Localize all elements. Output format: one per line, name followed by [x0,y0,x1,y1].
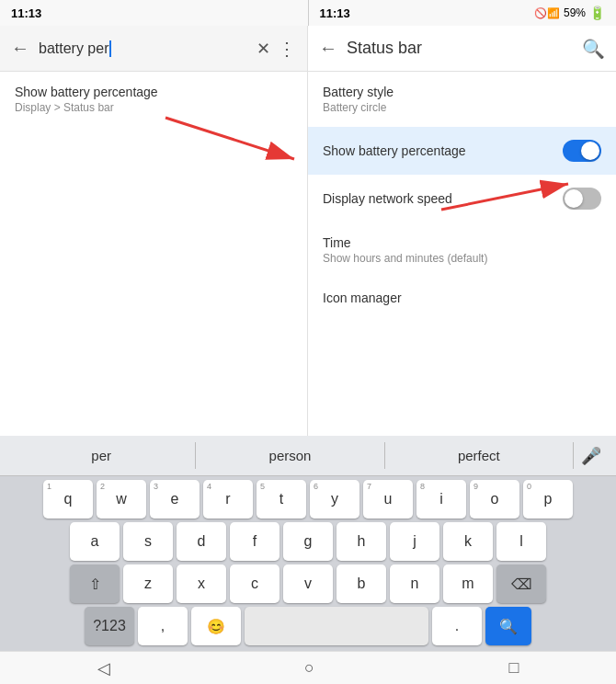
key-z[interactable]: z [123,564,173,603]
key-label-e: e [171,491,179,507]
nav-recents[interactable]: □ [508,658,519,678]
nav-home[interactable]: ○ [304,658,314,678]
suggestion-1[interactable]: person [196,442,384,469]
key-label-l: l [519,533,523,550]
keyboard-row-0: 1q2w3e4r5t6y7u8i9o0p [2,480,614,519]
key-f[interactable]: f [230,522,279,561]
keyboard-row-1: asdfghjkl [2,522,614,561]
right-time: 11:13 [320,6,350,20]
key-label-🔍: 🔍 [499,618,518,635]
key-label-j: j [413,533,416,550]
key-m[interactable]: m [443,564,493,603]
search-button-right[interactable]: 🔍 [582,38,605,60]
key-k[interactable]: k [443,522,493,561]
key-l[interactable]: l [496,522,546,561]
key-r[interactable]: 4r [203,480,253,519]
key-s[interactable]: s [123,522,173,561]
key-a[interactable]: a [70,522,120,561]
search-result-item[interactable]: Show battery percentage Display > Status… [0,72,307,127]
status-bar: 11:13 11:13 🚫📶 59% 🔋 [0,0,616,26]
key-label-,: , [161,618,165,634]
key-x[interactable]: x [177,564,226,603]
key-label-⇧: ⇧ [89,576,101,593]
key-b[interactable]: b [337,564,386,603]
key-num-r: 4 [207,482,211,491]
key-label-u: u [384,491,393,507]
key-label-z: z [144,576,152,592]
key-u[interactable]: 7u [363,480,413,519]
menu-button[interactable]: ⋮ [278,38,296,60]
key-num-e: 3 [154,482,158,491]
back-button-right[interactable]: ← [319,38,337,59]
keyboard-row-3: ?123,😊.🔍 [2,607,614,645]
mic-button[interactable]: 🎤 [574,446,609,466]
key-num-u: 7 [367,482,371,491]
settings-item-display-network-speed[interactable]: Display network speed [308,175,616,222]
key-j[interactable]: j [390,522,439,561]
search-input-text: battery per [39,40,108,57]
key-label-v: v [304,576,312,592]
key-label-m: m [462,576,473,592]
key-y[interactable]: 6y [310,480,359,519]
key-o[interactable]: 9o [470,480,519,519]
panel-title: Status bar [347,39,582,58]
key-d[interactable]: d [177,522,226,561]
suggestion-2[interactable]: perfect [385,442,574,469]
key-w[interactable]: 2w [97,480,146,519]
key-h[interactable]: h [337,522,386,561]
key-label-?123: ?123 [93,618,126,634]
key-⇧[interactable]: ⇧ [70,564,120,603]
settings-item-time: TimeShow hours and minutes (default) [308,222,616,278]
key-label-p: p [544,491,553,507]
key-😊[interactable]: 😊 [191,607,241,645]
right-panel: ← Status bar 🔍 Battery styleBattery circ… [308,26,616,438]
key-,[interactable]: , [138,607,188,645]
item-subtitle-battery-style: Battery circle [323,101,394,114]
status-bar-left: 11:13 [0,0,308,26]
clear-button[interactable]: ✕ [257,39,270,59]
suggestion-0[interactable]: per [7,442,196,469]
key-e[interactable]: 3e [150,480,200,519]
key-label-d: d [198,533,206,550]
key-label-k: k [464,533,472,550]
key-q[interactable]: 1q [43,480,93,519]
result-title: Show battery percentage [15,85,292,99]
status-icons: 🚫📶 59% 🔋 [534,6,605,20]
key-num-w: 2 [100,482,105,491]
nav-back[interactable]: ◁ [97,658,110,678]
battery-icon: 🔋 [589,6,605,20]
key-label-g: g [304,533,313,550]
settings-item-text-time: TimeShow hours and minutes (default) [323,235,487,265]
settings-item-text-battery-style: Battery styleBattery circle [323,85,394,114]
settings-item-text-show-battery-pct: Show battery percentage [323,143,466,158]
key-i[interactable]: 8i [416,480,466,519]
item-title-time: Time [323,235,487,250]
key-n[interactable]: n [390,564,439,603]
key-space[interactable] [245,607,428,645]
key-num-i: 8 [420,482,425,491]
key-⌫[interactable]: ⌫ [496,564,546,603]
key-num-q: 1 [47,482,51,491]
key-num-o: 9 [473,482,478,491]
key-p[interactable]: 0p [523,480,573,519]
key-label-c: c [251,576,258,592]
key-.[interactable]: . [432,607,482,645]
toggle-display-network-speed[interactable] [563,188,601,210]
key-label-😊: 😊 [207,618,225,635]
sim-icon: 🚫📶 [534,7,560,19]
toggle-show-battery-pct[interactable] [563,140,601,162]
key-v[interactable]: v [283,564,333,603]
key-c[interactable]: c [230,564,279,603]
key-t[interactable]: 5t [257,480,306,519]
item-title-show-battery-pct: Show battery percentage [323,143,466,158]
key-num-p: 0 [527,482,531,491]
item-title-display-network-speed: Display network speed [323,191,452,206]
key-label-a: a [91,533,99,550]
back-button-left[interactable]: ← [11,38,29,59]
key-g[interactable]: g [283,522,333,561]
key-🔍[interactable]: 🔍 [485,607,531,645]
settings-item-show-battery-pct[interactable]: Show battery percentage [308,127,616,175]
search-input-wrap[interactable]: battery per [39,40,249,57]
key-?123[interactable]: ?123 [85,607,134,645]
settings-item-battery-style: Battery styleBattery circle [308,72,616,127]
